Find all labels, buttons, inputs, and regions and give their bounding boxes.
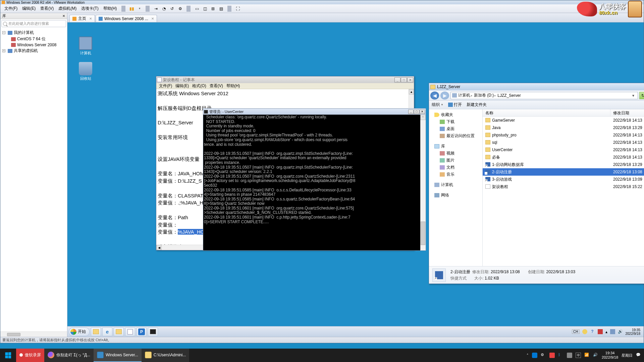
ime-indicator[interactable]: CH (572, 329, 579, 334)
tree-my-computer[interactable]: −我的计算机 (1, 29, 66, 36)
task-cmd[interactable] (148, 327, 158, 336)
tray-icon[interactable] (582, 329, 587, 334)
task-recorder[interactable]: 傲软录屏 (16, 349, 44, 362)
task-folder[interactable]: C:\Users\Admini... (142, 349, 190, 362)
notifications-icon[interactable]: 💬 (636, 353, 641, 358)
task-explorer[interactable] (91, 327, 101, 336)
newfolder-button[interactable]: 新建文件夹 (467, 102, 487, 108)
scroll-left-icon[interactable]: ◀ (156, 245, 162, 250)
start-button[interactable]: 开始 (69, 327, 90, 336)
side-documents[interactable]: 文档 (430, 164, 481, 171)
refresh-button[interactable]: ↻ (639, 92, 644, 99)
tray-network-icon[interactable] (610, 329, 615, 334)
host-start-button[interactable] (0, 349, 16, 362)
file-row[interactable]: phpstudy_pro2022/9/18 14:13文件夹 (483, 131, 644, 139)
tree-scrollbar[interactable] (0, 331, 67, 337)
np-menu-file[interactable]: 文件(F) (158, 83, 173, 89)
maximize-button[interactable]: □ (401, 77, 407, 82)
address-dropdown[interactable]: ▾ (630, 93, 636, 98)
np-menu-view[interactable]: 查看(V) (208, 83, 224, 89)
console-view-button[interactable]: ▤ (217, 5, 225, 12)
close-tab-icon[interactable]: ✕ (89, 17, 92, 20)
snapshot-button[interactable]: ◔ (160, 5, 168, 12)
side-recent[interactable]: 最近访问的位置 (430, 132, 481, 139)
file-row[interactable]: 2-启动注册2022/9/18 13:08快捷方式2 KB (483, 168, 644, 176)
menu-tabs[interactable]: 选项卡(T) (79, 5, 100, 12)
close-library-button[interactable]: ✕ (62, 14, 65, 18)
np-menu-edit[interactable]: 编辑(E) (174, 83, 190, 89)
path-seg-computer[interactable]: 计算机 ▸ (458, 93, 473, 98)
tab-home[interactable]: 主页✕ (69, 15, 95, 22)
tray-up-icon[interactable]: ▴ (605, 329, 607, 334)
file-row[interactable]: sql2022/9/18 14:13文件夹 (483, 139, 644, 146)
tray-help-icon[interactable]: ? (590, 329, 595, 334)
host-clock[interactable]: 19:34 2022/9/18 (602, 351, 618, 359)
menu-edit[interactable]: 编辑(E) (20, 5, 38, 12)
chevron-right-icon[interactable]: ▸ (471, 94, 473, 97)
unity-button[interactable]: ◫ (201, 5, 209, 12)
desktop-computer-icon[interactable]: 计算机 (75, 37, 96, 56)
col-name[interactable]: 名称 (483, 109, 610, 116)
task-ie[interactable]: e (102, 327, 112, 336)
revert-button[interactable]: ↺ (168, 5, 176, 12)
tree-vm-winserver[interactable]: Windows Server 2008 (1, 42, 66, 48)
organize-button[interactable]: 组织▼ (432, 102, 443, 108)
col-date[interactable]: 修改日期 (610, 109, 644, 116)
library-search[interactable]: 在此处键入内容进行搜索 (1, 20, 66, 27)
file-row[interactable]: 1-启动网站数据库2022/9/18 13:29快捷方式1 KB (483, 161, 644, 168)
side-favorites[interactable]: 收藏夹 (430, 111, 481, 118)
address-bar[interactable]: 计算机 ▸ 新加卷 (D:) ▸ LJZZ_Server ▾ (450, 92, 638, 99)
tray-wifi-icon[interactable]: 📶 (584, 353, 590, 358)
close-button[interactable]: ✕ (407, 77, 413, 82)
task-folder2[interactable] (114, 327, 124, 336)
explorer-titlebar[interactable]: LJZZ_Server _ □ ✕ (429, 83, 644, 90)
task-p[interactable]: P (137, 327, 147, 336)
menu-view[interactable]: 查看(V) (38, 5, 56, 12)
tray-shield-icon[interactable] (549, 353, 555, 358)
notepad-titlebar[interactable]: 架设教程 - 记事本 _ □ ✕ (156, 76, 414, 83)
minimize-button[interactable]: _ (394, 77, 400, 82)
tab-winserver[interactable]: Windows Server 2008 ...✕ (96, 15, 157, 22)
side-computer[interactable]: 计算机 (430, 181, 481, 188)
np-menu-help[interactable]: 帮助(H) (225, 83, 241, 89)
collapse-icon[interactable]: − (2, 31, 5, 34)
tray-up-icon[interactable]: ˄ (527, 353, 529, 358)
file-row[interactable]: 必备2022/9/18 14:13文件夹 (483, 154, 644, 161)
menu-help[interactable]: 帮助(H) (101, 5, 119, 12)
tree-vm-centos[interactable]: CentOS 7 64 位 (1, 36, 66, 42)
cmd-output[interactable]: Scheduler class: 'org.quartz.core.Quartz… (203, 115, 426, 250)
side-music[interactable]: 音乐 (430, 171, 481, 178)
file-row[interactable]: 3-启动游戏2022/9/18 13:09快捷方式2 KB (483, 176, 644, 183)
fullscreen-button[interactable]: ▭ (193, 5, 201, 12)
scroll-thumb[interactable] (421, 222, 425, 245)
scroll-up-icon[interactable]: ▲ (409, 89, 414, 95)
stretch-button[interactable]: ⛶ (234, 5, 241, 12)
chevron-right-icon[interactable]: ▸ (494, 94, 496, 97)
send-ctrlaltdel-button[interactable]: ⇥ (152, 5, 160, 12)
desktop-recycle-icon[interactable]: 回收站 (75, 62, 96, 81)
scrollbar-vertical[interactable]: ▲ (420, 115, 426, 250)
file-row[interactable]: 架设教程2022/9/18 15:22文本文档2 KB (483, 183, 644, 190)
tray-flag-icon[interactable] (598, 329, 603, 334)
minimize-button[interactable]: _ (408, 110, 414, 114)
close-button[interactable]: ✕ (420, 110, 425, 114)
side-pictures[interactable]: 图片 (430, 157, 481, 164)
vm-desktop[interactable]: 计算机 回收站 架设教程 - 记事本 _ □ ✕ (67, 22, 644, 337)
file-row[interactable]: GameServer2022/9/18 14:13文件夹 (483, 117, 644, 124)
manage-button[interactable]: ⚙ (176, 5, 184, 12)
scroll-up-icon[interactable]: ▲ (420, 115, 426, 120)
file-row[interactable]: UserCenter2022/9/18 14:13文件夹 (483, 146, 644, 154)
dropdown-icon[interactable]: ▼ (136, 6, 143, 11)
scroll-thumb[interactable] (7, 333, 20, 336)
explorer-window[interactable]: LJZZ_Server _ □ ✕ ◀ ▶ 计算机 ▸ (429, 83, 644, 284)
menu-file[interactable]: 文件(F) (2, 5, 19, 12)
task-notepad[interactable] (125, 327, 135, 336)
side-downloads[interactable]: 下载 (430, 118, 481, 125)
path-seg-drive[interactable]: 新加卷 (D:) ▸ (474, 93, 496, 98)
task-firefox[interactable]: 你别走吖 Σ(っ °Д... (44, 349, 94, 362)
pause-button[interactable]: ▮▮ (128, 5, 136, 12)
cmd-window[interactable]: 管理员: - UserCenter _ □ ✕ Scheduler class:… (203, 108, 426, 251)
tray-volume-icon[interactable]: 🔊 (593, 353, 598, 358)
open-button[interactable]: 打开 (448, 102, 462, 108)
tray-volume-icon[interactable]: 🔊 (618, 329, 623, 334)
